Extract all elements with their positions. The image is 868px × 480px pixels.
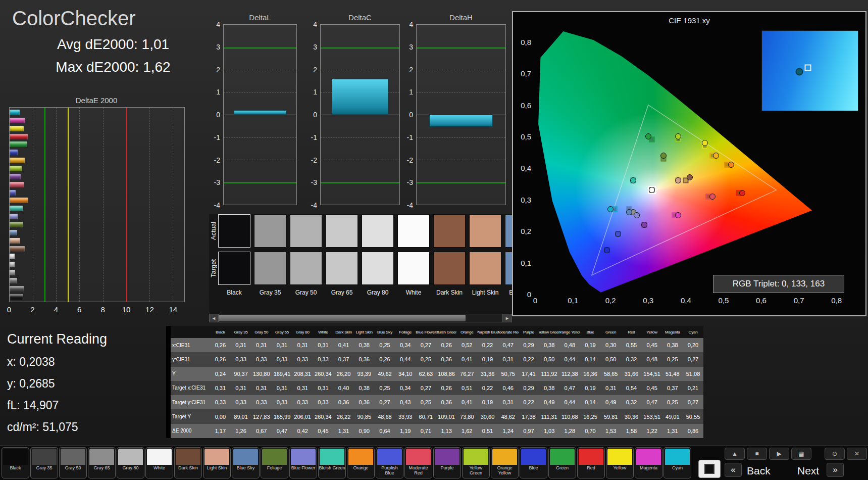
toolbar-stop-icon[interactable]: ■ — [747, 448, 767, 460]
toolbar-patch-magenta[interactable]: Magenta — [635, 447, 662, 478]
delta-gridline — [321, 47, 399, 49]
strip-swatch-target-gray-80[interactable] — [362, 252, 394, 285]
toolbar-patch-purplish-blue[interactable]: Purplish Blue — [376, 447, 403, 478]
table-cell: 0,25 — [416, 395, 436, 409]
strip-swatch-target-black[interactable] — [218, 252, 250, 285]
toolbar-play-icon[interactable]: ▶ — [769, 448, 789, 460]
back-button[interactable]: Back — [747, 465, 771, 477]
table-cell: 0,38 — [662, 338, 683, 352]
toolbar-patch-bluish-green[interactable]: Bluish Green — [318, 447, 346, 478]
strip-swatch-actual-gray-50[interactable] — [290, 214, 322, 248]
table-cell: 1,62 — [456, 424, 477, 438]
toolbar-patch-red[interactable]: Red — [577, 447, 605, 478]
toolbar-patch-foliage[interactable]: Foliage — [261, 447, 288, 478]
deltae-bar-row — [10, 270, 184, 275]
table-cell: 0,36 — [333, 395, 354, 409]
toolbar-patch-gray-80[interactable]: Gray 80 — [117, 447, 144, 478]
toolbar-patch-dark-skin[interactable]: Dark Skin — [174, 447, 202, 478]
back-chevron-icon[interactable]: « — [725, 463, 742, 477]
table-cell: 0,47 — [642, 395, 662, 409]
scrollbar-track[interactable] — [219, 314, 502, 322]
strip-swatch-target-blue-sky[interactable] — [505, 252, 512, 285]
delta-y-ticks: 43210-1-2-3-4 — [306, 24, 319, 205]
table-cell: 0,31 — [498, 395, 519, 409]
strip-swatch-actual-gray-65[interactable] — [326, 214, 358, 248]
toolbar-power-icon[interactable]: ⊙ — [825, 448, 845, 460]
toolbar-patch-yellow[interactable]: Yellow — [606, 447, 634, 478]
table-row-label: ΔE 2000 — [171, 424, 210, 438]
toolbar-patch-light-skin[interactable]: Light Skin — [203, 447, 231, 478]
table-cell: 1,53 — [600, 424, 621, 438]
toolbar-patch-moderate-red[interactable]: Moderate Red — [404, 447, 432, 478]
table-cell: 1,22 — [642, 424, 662, 438]
strip-swatch-actual-light-skin[interactable] — [469, 214, 501, 248]
table-cell: 0,14 — [580, 352, 601, 366]
scrollbar-thumb[interactable] — [219, 315, 466, 321]
table-row-label: x:CIE31 — [171, 338, 210, 352]
table-cell: 0,55 — [621, 338, 642, 352]
strip-swatch-actual-black[interactable] — [218, 214, 250, 248]
toolbar-patch-green[interactable]: Green — [548, 447, 576, 478]
strip-swatch-target-gray-65[interactable] — [326, 252, 358, 285]
strip-swatch-target-gray-35[interactable] — [254, 252, 286, 285]
patch-strip-labels: BlackGray 35Gray 50Gray 65Gray 80WhiteDa… — [218, 289, 512, 298]
table-cell: 0,86 — [683, 424, 703, 438]
current-reading-title: Current Reading — [7, 331, 107, 347]
strip-swatch-target-light-skin[interactable] — [469, 252, 501, 285]
toolbar-patch-white[interactable]: White — [145, 447, 173, 478]
strip-swatch-target-white[interactable] — [397, 252, 430, 285]
delta-gridline — [417, 92, 505, 93]
toolbar-patch-gray-50[interactable]: Gray 50 — [59, 447, 87, 478]
cie-measured-purplish-blue — [615, 231, 621, 237]
strip-swatch-actual-blue-sky[interactable] — [505, 214, 512, 248]
toolbar-patch-black[interactable]: Black — [2, 447, 29, 478]
next-button[interactable]: Next — [797, 465, 819, 477]
deltae-bar-row — [10, 278, 184, 283]
toolbar-close-icon[interactable]: ✕ — [847, 448, 867, 460]
table-cell: 0,25 — [662, 395, 683, 409]
strip-swatch-actual-dark-skin[interactable] — [433, 214, 466, 248]
toolbar-patch-purple[interactable]: Purple — [433, 447, 461, 478]
table-cell: 127,83 — [251, 409, 272, 423]
deltae-bar-blue-flower — [10, 214, 18, 219]
toolbar-patch-gray-65[interactable]: Gray 65 — [88, 447, 116, 478]
strip-swatch-actual-gray-35[interactable] — [254, 214, 286, 248]
table-cell: 0,47 — [498, 338, 519, 352]
table-cell: 0,26 — [436, 381, 457, 395]
strip-swatch-target-dark-skin[interactable] — [433, 252, 466, 285]
strip-swatch-target-gray-50[interactable] — [290, 252, 322, 285]
toolbar-eject-icon[interactable]: ▲ — [725, 448, 745, 460]
table-cell: 0,33 — [272, 352, 292, 366]
delta-y-tick: -4 — [214, 201, 220, 209]
cie-x-tick: 0 — [533, 296, 537, 305]
toolbar-grid-icon[interactable]: ▦ — [791, 448, 811, 460]
table-cell: 0,31 — [231, 338, 251, 352]
table-cell: 0,32 — [621, 352, 642, 366]
scroll-right-arrow-icon[interactable]: ► — [502, 314, 512, 322]
deltah-plot — [416, 24, 506, 205]
strip-swatch-actual-gray-80[interactable] — [362, 214, 394, 248]
toolbar-patch-blue-flower[interactable]: Blue Flower — [289, 447, 317, 478]
table-cell: 17,38 — [519, 409, 539, 423]
next-chevron-icon[interactable]: » — [827, 463, 844, 477]
toolbar-patch-yellow-green[interactable]: Yellow Green — [462, 447, 490, 478]
deltae-bar-row — [10, 230, 184, 235]
scroll-left-arrow-icon[interactable]: ◄ — [210, 314, 219, 322]
toolbar-patch-cyan[interactable]: Cyan — [663, 447, 691, 478]
toolbar-patch-orange-yellow[interactable]: Orange Yellow — [491, 447, 519, 478]
deltae-bar-gray-80 — [10, 262, 15, 267]
cie-x-tick: 0,4 — [681, 296, 691, 305]
toolbar-patch-blue[interactable]: Blue — [520, 447, 547, 478]
patch-strip-scrollbar[interactable]: ◄ ► — [209, 314, 512, 322]
delta-y-tick: 1 — [313, 88, 317, 96]
toolbar-patch-label: Magenta — [635, 465, 662, 471]
toolbar-patch-gray-35[interactable]: Gray 35 — [30, 447, 58, 478]
toolbar-patch-blue-sky[interactable]: Blue Sky — [232, 447, 260, 478]
display-pattern-button[interactable] — [698, 460, 721, 478]
strip-swatch-actual-white[interactable] — [397, 214, 430, 248]
deltae-bar-row — [10, 262, 184, 267]
table-cell: 111,92 — [539, 367, 559, 381]
toolbar-patch-orange[interactable]: Orange — [347, 447, 375, 478]
table-cell: 0,49 — [600, 395, 621, 409]
table-cell: 0,27 — [416, 381, 436, 395]
